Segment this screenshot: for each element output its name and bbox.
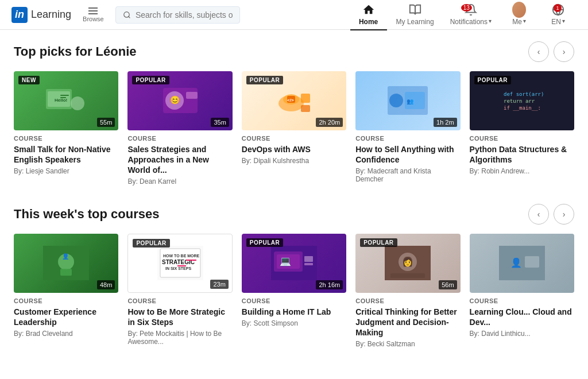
course-thumbnail: 💻 POPULAR 2h 16m [242,234,346,293]
course-type: COURSE [127,297,232,304]
course-card[interactable]: </> POPULAR 2h 20m COURSE DevOps with AW… [242,71,346,185]
course-card[interactable]: def sort(arr): return arr if __main__: P… [470,71,574,185]
top-courses-nav-arrows: ‹ › [528,204,574,225]
course-badge: POPULAR [132,76,169,84]
course-duration: 55m [97,118,115,127]
browse-button[interactable]: Browse [78,5,109,25]
course-title: Python Data Structures & Algorithms [470,144,574,165]
course-author: By: Scott Simpson [242,319,346,327]
svg-point-19 [389,94,403,107]
course-card[interactable]: HOW TO BE MORE STRATEGIC IN SIX STEPS PO… [127,234,232,348]
course-thumbnail: 👤 [470,234,574,293]
nav-my-learning-label: My Learning [396,18,434,26]
top-picks-section: Top picks for Léonie ‹ › Hello! [14,41,574,185]
svg-text:👤: 👤 [510,257,522,268]
course-author: By: Madecraft and Krista Demcher [355,167,460,183]
course-type: COURSE [355,135,460,142]
course-type: COURSE [14,135,118,142]
notification-count: 13 [461,4,472,11]
svg-text:</>: </> [287,98,294,103]
course-type: COURSE [355,297,460,304]
top-picks-nav-arrows: ‹ › [528,41,574,62]
course-card[interactable]: 👥 1h 2m COURSE How to Sell Anything with… [355,71,460,185]
svg-rect-11 [186,92,198,99]
course-thumbnail: 😊 POPULAR 35m [127,71,232,130]
course-type: COURSE [14,297,118,304]
book-icon [408,3,422,17]
svg-text:if __main__:: if __main__: [504,105,541,111]
nav-item-notifications[interactable]: 13 Notifications ▾ [443,0,498,30]
top-picks-title: Top picks for Léonie [14,44,137,59]
course-badge: POPULAR [360,238,397,247]
course-thumbnail: </> POPULAR 2h 20m [242,71,346,130]
svg-rect-16 [301,94,310,103]
course-title: Learning Clou... Cloud and Dev... [470,307,574,327]
svg-rect-42 [304,263,313,265]
svg-text:HOW TO BE MORE: HOW TO BE MORE [163,254,200,258]
course-thumbnail: Hello! NEW 55m [14,71,118,130]
header: in Learning Browse Home My Learning [0,0,588,30]
nav-item-me[interactable]: Me ▾ [501,0,537,30]
course-duration: 56m [439,280,457,289]
en-dropdown-arrow: ▾ [562,18,565,24]
nav-item-home[interactable]: Home [350,0,387,30]
course-card[interactable]: Hello! NEW 55m COURSE Small Talk for Non… [14,71,118,185]
search-icon [123,10,131,20]
nav-notifications-label: Notifications [450,18,488,26]
avatar [512,3,526,17]
logo-area[interactable]: in Learning [11,7,71,23]
svg-text:👤: 👤 [62,253,69,260]
course-duration: 1h 2m [434,118,457,127]
svg-text:return arr: return arr [504,98,535,104]
course-card[interactable]: 💻 POPULAR 2h 16m COURSE Building a Home … [242,234,346,348]
course-card[interactable]: 😊 POPULAR 35m COURSE Sales Strategies an… [127,71,232,185]
search-bar[interactable] [115,6,240,24]
me-dropdown-arrow: ▾ [523,18,526,24]
course-type: COURSE [470,297,574,304]
course-duration: 35m [211,118,229,127]
course-card[interactable]: 👤 COURSE Learning Clou... Cloud and Dev.… [470,234,574,348]
course-author: By: Becki Saltzman [355,340,460,348]
course-badge: POPULAR [133,239,169,247]
course-thumbnail: 👩 POPULAR 56m [355,234,460,293]
nav-me-label: Me [512,18,522,26]
course-type: COURSE [242,297,346,304]
course-card[interactable]: 👩 POPULAR 56m COURSE Critical Thinking f… [355,234,460,348]
course-author: By: Liesje Sandler [14,167,118,175]
course-type: COURSE [242,135,346,142]
nav-home-label: Home [359,18,378,26]
main-content: Top picks for Léonie ‹ › Hello! [0,30,588,378]
svg-text:💻: 💻 [280,256,291,266]
svg-text:😊: 😊 [170,95,180,105]
course-author: By: Brad Cleveland [14,330,118,338]
bell-icon: 13 [464,3,478,17]
nav-item-en[interactable]: 1 EN ▾ [540,0,577,30]
svg-point-0 [124,11,129,17]
course-author: By: David Linthicu... [470,330,574,338]
top-courses-prev-button[interactable]: ‹ [528,204,549,225]
nav-en-label: EN [551,18,561,26]
course-thumbnail: 👤 48m [14,234,118,293]
section-header-top-courses: This week's top courses ‹ › [14,204,574,225]
top-courses-next-button[interactable]: › [554,204,574,225]
course-card[interactable]: 👤 48m COURSE Customer Experience Leaders… [14,234,118,348]
course-type: COURSE [127,135,232,142]
nav-item-my-learning[interactable]: My Learning [389,0,441,30]
course-duration: 48m [97,280,115,289]
course-author: By: Pete Mockaitis | How to Be Awesome..… [127,330,232,346]
svg-rect-17 [301,105,310,112]
svg-text:👥: 👥 [407,98,414,105]
svg-text:👩: 👩 [402,256,413,267]
top-picks-prev-button[interactable]: ‹ [528,41,549,62]
search-input[interactable] [136,10,233,20]
top-courses-title: This week's top courses [14,207,159,222]
notifications-dropdown-arrow: ▾ [489,18,492,24]
course-thumbnail: def sort(arr): return arr if __main__: P… [470,71,574,130]
course-title: How to Sell Anything with Confidence [355,144,460,165]
globe-icon: 1 [551,3,565,17]
svg-rect-46 [390,273,425,278]
course-author: By: Dean Karrel [127,177,232,185]
svg-rect-41 [304,256,313,262]
course-badge: POPULAR [246,238,283,247]
top-picks-next-button[interactable]: › [554,41,574,62]
